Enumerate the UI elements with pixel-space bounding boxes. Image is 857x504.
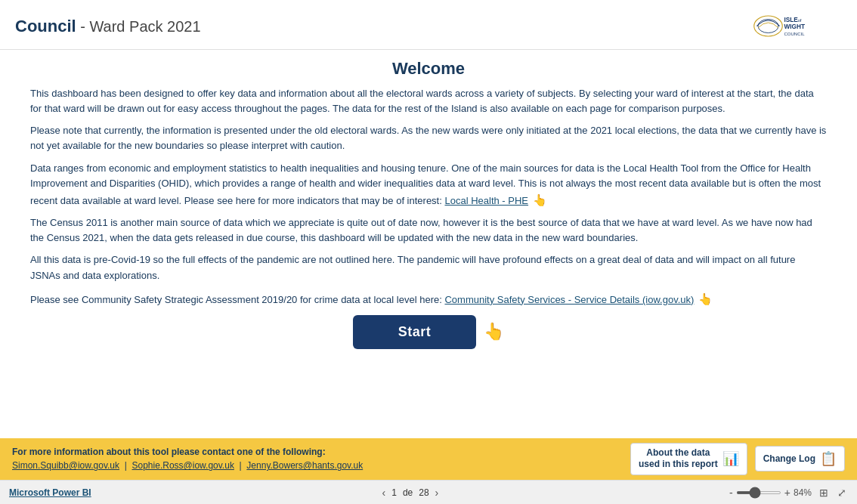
paragraph-6: Please see Community Safety Strategic As… <box>30 290 827 308</box>
local-health-link[interactable]: Local Health - PHE <box>444 195 528 206</box>
paragraph-3: Data ranges from economic and employment… <box>30 161 827 209</box>
paragraph-2: Please note that currently, the informat… <box>30 123 827 153</box>
powerbi-link[interactable]: Microsoft Power BI <box>9 487 91 498</box>
about-data-line2: used in this report <box>639 459 718 469</box>
zoom-control: - + 84% <box>729 487 812 499</box>
start-button[interactable]: Start <box>353 315 477 349</box>
change-log-button[interactable]: Change Log 📋 <box>755 446 845 472</box>
paragraph-4: The Census 2011 is another main source o… <box>30 215 827 246</box>
page-separator: de <box>403 487 413 498</box>
title-bold: Council <box>15 17 76 36</box>
paragraph-5: All this data is pre-Covid-19 so the ful… <box>30 252 827 283</box>
data-icon: 📊 <box>722 450 739 467</box>
svg-text:COUNCIL: COUNCIL <box>784 32 806 36</box>
page-next-button[interactable]: › <box>435 487 439 499</box>
header: Council - Ward Pack 2021 ISLE of WIGHT C… <box>0 0 857 50</box>
zoom-in-button[interactable]: + <box>784 487 790 499</box>
svg-text:ISLE: ISLE <box>784 17 799 23</box>
hand-icon-2: 👆 <box>698 290 713 308</box>
logo-area: ISLE of WIGHT COUNCIL <box>751 9 842 43</box>
iow-council-logo: ISLE of WIGHT COUNCIL <box>751 9 842 43</box>
fullscreen-button[interactable]: ⤢ <box>836 485 848 500</box>
app-title: Council - Ward Pack 2021 <box>15 17 201 36</box>
about-data-line1: About the data <box>646 447 710 458</box>
paragraph-1: This dashboard has been designed to offe… <box>30 86 827 116</box>
email-2[interactable]: Sophie.Ross@iow.gov.uk <box>132 460 234 471</box>
svg-text:WIGHT: WIGHT <box>784 23 806 30</box>
email-3[interactable]: Jenny.Bowers@hants.gov.uk <box>246 460 363 471</box>
footer-right: About the data used in this report 📊 Cha… <box>630 443 845 475</box>
hand-icon-1: 👆 <box>533 191 547 209</box>
page-current: 1 <box>391 487 397 498</box>
bottom-right-controls: - + 84% ⊞ ⤢ <box>729 485 848 500</box>
contact-emails: Simon.Squibb@iow.gov.uk | Sophie.Ross@io… <box>12 459 630 472</box>
email-1[interactable]: Simon.Squibb@iow.gov.uk <box>12 460 119 471</box>
fit-page-button[interactable]: ⊞ <box>818 485 830 500</box>
zoom-out-button[interactable]: - <box>729 487 733 499</box>
start-section: Start 👆 <box>30 315 827 349</box>
bottom-bar: Microsoft Power BI ‹ 1 de 28 › - + 84% ⊞… <box>0 480 857 504</box>
about-data-button[interactable]: About the data used in this report 📊 <box>630 443 747 475</box>
hand-icon-start: 👆 <box>484 322 504 342</box>
contact-title: For more information about this tool ple… <box>12 445 630 459</box>
main-content: Welcome This dashboard has been designed… <box>0 50 857 438</box>
log-icon: 📋 <box>820 450 837 467</box>
page-prev-button[interactable]: ‹ <box>382 487 386 499</box>
zoom-value: 84% <box>794 487 812 498</box>
svg-text:of: of <box>798 18 802 23</box>
page-title: Welcome <box>30 59 827 79</box>
zoom-slider[interactable] <box>736 491 781 494</box>
footer-contact: For more information about this tool ple… <box>12 445 630 472</box>
footer-bar: For more information about this tool ple… <box>0 438 857 480</box>
page-navigation: ‹ 1 de 28 › <box>382 487 439 499</box>
svg-point-1 <box>758 20 778 33</box>
change-log-label: Change Log <box>763 453 815 464</box>
page-total: 28 <box>419 487 428 498</box>
community-safety-link[interactable]: Community Safety Services - Service Deta… <box>444 294 694 305</box>
title-rest: - Ward Pack 2021 <box>76 18 201 35</box>
